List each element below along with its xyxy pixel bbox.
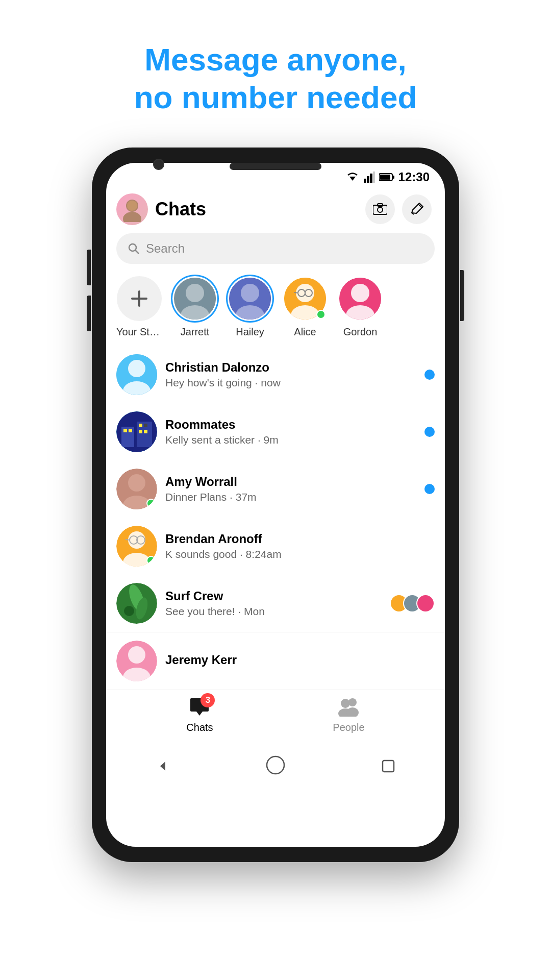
svg-point-21 <box>186 284 204 302</box>
svg-rect-45 <box>144 424 147 427</box>
svg-line-31 <box>294 292 298 293</box>
svg-point-24 <box>241 284 259 302</box>
svg-line-17 <box>135 250 139 254</box>
svg-marker-0 <box>349 177 356 181</box>
home-button[interactable] <box>265 756 286 776</box>
svg-point-16 <box>129 244 136 251</box>
svg-point-10 <box>127 201 137 211</box>
chat-avatar-surfcrew <box>116 583 157 624</box>
svg-point-12 <box>378 207 383 212</box>
add-story-avatar <box>117 276 162 321</box>
svg-point-60 <box>124 606 134 616</box>
story-item-your-story[interactable]: Your Story <box>116 276 162 338</box>
alice-online-dot <box>316 310 325 319</box>
chat-avatar-roommates <box>116 411 157 452</box>
search-bar[interactable]: Search <box>116 233 435 264</box>
chat-info-roommates: Roommates Kelly sent a sticker · 9m <box>165 418 416 446</box>
svg-rect-46 <box>139 430 142 433</box>
camera-icon <box>373 203 387 215</box>
svg-point-49 <box>128 474 145 492</box>
unread-indicator-amy <box>424 484 435 494</box>
svg-rect-4 <box>373 172 375 183</box>
amy-online-dot <box>146 499 156 508</box>
camera-button[interactable] <box>365 194 395 224</box>
nav-chats[interactable]: 3 Chats <box>186 697 213 733</box>
back-icon <box>157 761 168 772</box>
compose-button[interactable] <box>402 194 432 224</box>
chat-avatar-brendan <box>116 526 157 567</box>
story-avatar-gordon <box>338 276 383 321</box>
story-avatar-hailey <box>228 276 272 321</box>
story-label-your-story: Your Story <box>116 326 162 338</box>
svg-point-33 <box>351 284 369 302</box>
svg-rect-43 <box>129 429 132 432</box>
brendan-online-dot <box>146 556 156 565</box>
chat-avatar-christian <box>116 354 157 395</box>
chat-name-roommates: Roommates <box>165 418 416 432</box>
chat-name-christian: Christian Dalonzo <box>165 360 416 375</box>
story-item-hailey[interactable]: Hailey <box>228 276 272 338</box>
phone-volume-left <box>87 250 91 285</box>
status-time: 12:30 <box>398 170 430 184</box>
headline: Message anyone, no number needed <box>104 41 448 117</box>
page-title: Chats <box>155 199 358 220</box>
people-nav-label: People <box>333 722 364 733</box>
chat-item-amy[interactable]: Amy Worrall Dinner Plans · 37m <box>106 460 445 518</box>
headline-line2: no number needed <box>134 79 417 116</box>
chat-info-jeremy: Jeremy Kerr <box>165 653 435 669</box>
add-story-icon <box>128 287 151 310</box>
people-icon <box>337 697 360 717</box>
signal-icon <box>364 172 375 183</box>
story-label-gordon: Gordon <box>343 326 378 338</box>
chat-item-christian[interactable]: Christian Dalonzo Hey how's it going · n… <box>106 346 445 403</box>
svg-rect-42 <box>123 429 127 432</box>
story-item-alice[interactable]: Alice <box>283 276 328 338</box>
user-avatar[interactable] <box>116 193 148 225</box>
story-item-gordon[interactable]: Gordon <box>338 276 383 338</box>
unread-indicator-christian <box>424 370 435 380</box>
bottom-nav: 3 Chats People <box>106 690 445 749</box>
chat-preview-christian: Hey how's it going · now <box>165 377 416 389</box>
status-icons: 12:30 <box>345 170 430 184</box>
phone-screen: 12:30 Chats <box>106 163 445 847</box>
nav-people[interactable]: People <box>333 697 364 733</box>
mini-av-3 <box>416 594 435 612</box>
chat-info-brendan: Brendan Aronoff K sounds good · 8:24am <box>165 532 435 560</box>
headline-line1: Message anyone, <box>134 41 417 79</box>
chat-name-surfcrew: Surf Crew <box>165 589 382 603</box>
phone-volume-left2 <box>87 296 91 331</box>
chat-name-brendan: Brendan Aronoff <box>165 532 435 546</box>
svg-marker-68 <box>160 762 165 771</box>
chat-item-roommates[interactable]: Roommates Kelly sent a sticker · 9m <box>106 403 445 460</box>
svg-point-9 <box>123 212 141 222</box>
svg-point-67 <box>346 707 359 717</box>
chat-item-surfcrew[interactable]: Surf Crew See you there! · Mon <box>106 575 445 632</box>
chat-preview-roommates: Kelly sent a sticker · 9m <box>165 434 416 446</box>
surfcrew-group-avatars <box>390 594 435 612</box>
chat-info-amy: Amy Worrall Dinner Plans · 37m <box>165 475 416 503</box>
chat-info-surfcrew: Surf Crew See you there! · Mon <box>165 589 382 618</box>
recents-button[interactable] <box>378 756 398 776</box>
story-item-jarrett[interactable]: Jarrett <box>172 276 217 338</box>
chat-preview-brendan: K sounds good · 8:24am <box>165 548 435 560</box>
story-label-hailey: Hailey <box>236 326 264 338</box>
svg-rect-44 <box>139 424 142 427</box>
wifi-icon <box>345 172 360 183</box>
edit-icon <box>410 203 423 216</box>
svg-rect-3 <box>370 174 372 183</box>
search-placeholder: Search <box>146 241 185 256</box>
chat-item-brendan[interactable]: Brendan Aronoff K sounds good · 8:24am <box>106 518 445 575</box>
svg-rect-1 <box>364 179 366 183</box>
chat-info-christian: Christian Dalonzo Hey how's it going · n… <box>165 360 416 389</box>
chat-avatar-jeremy <box>116 641 157 681</box>
chats-nav-label: Chats <box>186 722 213 733</box>
svg-line-56 <box>126 540 130 540</box>
people-icon-wrapper <box>337 697 360 719</box>
android-nav-bar <box>106 749 445 788</box>
svg-rect-2 <box>367 176 369 183</box>
story-avatar-alice <box>283 276 328 321</box>
chat-item-jeremy[interactable]: Jeremy Kerr <box>106 632 445 690</box>
chat-list: Christian Dalonzo Hey how's it going · n… <box>106 346 445 690</box>
back-button[interactable] <box>153 756 173 776</box>
svg-rect-7 <box>380 175 390 180</box>
